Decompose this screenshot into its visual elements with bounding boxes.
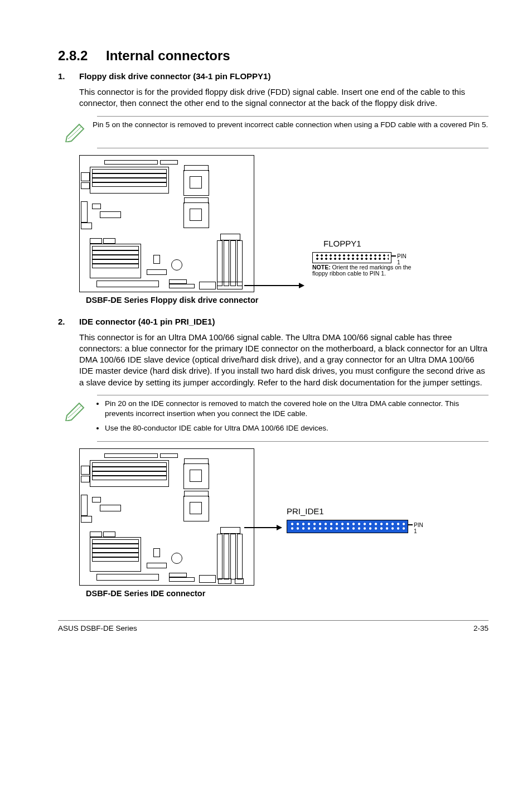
item2-title: IDE connector (40-1 pin PRI_IDE1) (79, 317, 215, 326)
ide-diagram: PRI_IDE1 PIN 1 DSBF-DE Series IDE connec… (79, 448, 489, 598)
item1-body: This connector is for the provided flopp… (58, 86, 489, 109)
motherboard-outline (79, 155, 254, 292)
ide-pin1-label: PIN 1 (414, 522, 427, 534)
note-pencil-icon (58, 399, 93, 421)
item1-note-text: Pin 5 on the connector is removed to pre… (93, 120, 488, 130)
floppy-connector-note: NOTE: Orient the red markings on the flo… (312, 264, 413, 277)
item2-heading: 2. IDE connector (40-1 pin PRI_IDE1) (58, 317, 489, 326)
section-number: 2.8.2 (58, 48, 106, 64)
floppy-connector-label: FLOPPY1 (323, 239, 361, 248)
note-pencil-icon (58, 120, 93, 142)
floppy-connector-graphic (312, 252, 391, 263)
item2-note-li1: Pin 20 on the IDE connector is removed t… (105, 399, 489, 419)
item2-note: Pin 20 on the IDE connector is removed t… (97, 395, 489, 442)
item1-heading: 1. Floppy disk drive connector (34-1 pin… (58, 71, 489, 81)
item1-title: Floppy disk drive connector (34-1 pin FL… (79, 71, 270, 81)
ide-diagram-caption: DSBF-DE Series IDE connector (86, 589, 489, 598)
item2-body: This connector is for an Ultra DMA 100/6… (58, 332, 489, 388)
item1-number: 1. (58, 71, 79, 81)
floppy-diagram-caption: DSBF-DE Series Floppy disk drive connect… (86, 296, 489, 305)
section-title: Internal connectors (106, 48, 230, 63)
ide-connector-graphic (287, 520, 408, 533)
footer-left: ASUS DSBF-DE Series (58, 624, 137, 632)
ide-connector-label: PRI_IDE1 (287, 506, 324, 516)
footer-right: 2-35 (473, 624, 489, 632)
item1-note: Pin 5 on the connector is removed to pre… (97, 116, 489, 148)
motherboard-outline-2 (79, 448, 254, 586)
floppy-diagram: FLOPPY1 PIN 1 NOTE: Orient the red marki… (79, 155, 489, 305)
item2-note-list: Pin 20 on the IDE connector is removed t… (93, 399, 489, 438)
item2-number: 2. (58, 317, 79, 326)
page-footer: ASUS DSBF-DE Series 2-35 (58, 620, 489, 632)
section-heading: 2.8.2Internal connectors (58, 48, 489, 64)
floppy-note-bold: NOTE: (312, 264, 331, 270)
item2-note-li2: Use the 80-conductor IDE cable for Ultra… (105, 423, 489, 433)
